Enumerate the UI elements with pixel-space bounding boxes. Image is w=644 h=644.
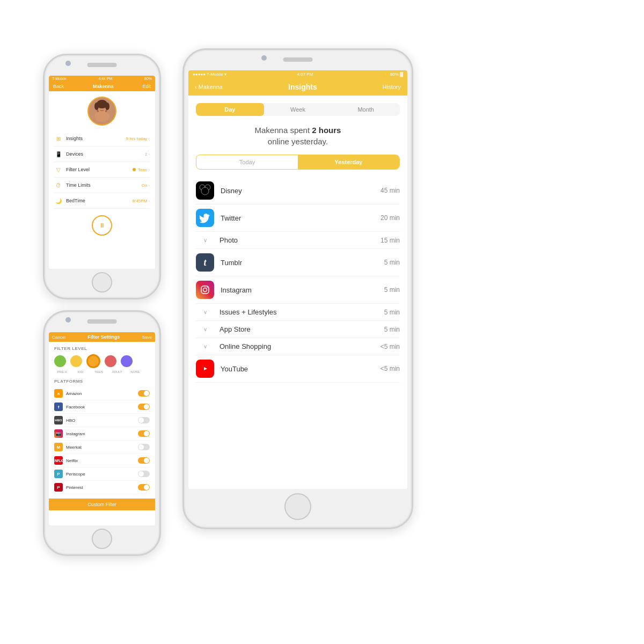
- pause-button[interactable]: ⏸: [92, 215, 112, 236]
- segment-week[interactable]: Week: [264, 103, 332, 116]
- segment-month[interactable]: Month: [332, 103, 400, 116]
- label-teen: TEEN: [91, 370, 107, 374]
- netflix-icon: NFLX: [54, 456, 63, 465]
- platform-amazon[interactable]: a Amazon: [54, 387, 150, 400]
- insights-status-bar: ●●●●● T-Mobile ▾ 4:07 PM ⚡ 80% ▓: [188, 70, 407, 78]
- scene: T-Mobile 4:44 PM 80% Back Makenna Edit: [27, 27, 617, 617]
- netflix-toggle[interactable]: [138, 457, 150, 464]
- list-item-disney[interactable]: Disney 45 min: [196, 177, 400, 204]
- platform-netflix[interactable]: NFLX Netflix: [54, 454, 150, 467]
- platform-pinterest[interactable]: P Pinterest: [54, 481, 150, 494]
- time-label: 4:44 PM: [98, 77, 112, 80]
- hbo-icon: HBO: [54, 416, 63, 425]
- list-item-issues[interactable]: ∨ Issues + Lifestyles 5 min: [196, 304, 400, 321]
- platform-hbo[interactable]: HBO HBO: [54, 414, 150, 427]
- filter-label: Filter Level: [66, 167, 133, 172]
- today-tab[interactable]: Today: [196, 155, 298, 169]
- platform-meerkat[interactable]: M Meerkat: [54, 441, 150, 454]
- expand-chevron-photo: ∨: [196, 237, 214, 243]
- segment-day[interactable]: Day: [196, 103, 264, 116]
- label-none: NONE: [127, 370, 143, 374]
- list-item-shopping[interactable]: ∨ Online Shopping <5 min: [196, 338, 400, 355]
- devices-icon: 📱: [54, 150, 63, 158]
- platform-facebook[interactable]: f Facebook: [54, 400, 150, 414]
- youtube-icon: [196, 360, 214, 378]
- list-item-twitter[interactable]: Twitter 20 min: [196, 204, 400, 232]
- list-item-youtube[interactable]: YouTube <5 min: [196, 355, 400, 383]
- list-item-instagram[interactable]: Instagram 5 min: [196, 276, 400, 304]
- filter-level-prek[interactable]: [54, 355, 66, 367]
- platforms-section-title: PLATFORMS: [54, 379, 150, 384]
- svg-point-8: [105, 103, 109, 110]
- filter-level-kid[interactable]: [70, 355, 82, 367]
- appstore-name: App Store: [219, 325, 384, 333]
- history-button[interactable]: History: [383, 84, 401, 90]
- menu-item-bedtime[interactable]: 🌙 BedTime 8:45PM ›: [54, 193, 150, 209]
- home-button[interactable]: [92, 272, 112, 292]
- tumblr-name: Tumblr: [221, 259, 384, 267]
- platform-instagram[interactable]: 📷 Instagram: [54, 427, 150, 441]
- save-button[interactable]: Save: [142, 335, 152, 340]
- filter-level-none[interactable]: [121, 355, 133, 367]
- menu-item-timelimits[interactable]: ⏱ Time Limits On ›: [54, 178, 150, 193]
- facebook-toggle[interactable]: [138, 404, 150, 410]
- filter-labels: PRE-K KID TEEN ADULT NONE: [54, 370, 150, 374]
- amazon-toggle[interactable]: [138, 390, 150, 397]
- periscope-toggle[interactable]: [138, 471, 150, 477]
- avatar: [87, 97, 116, 126]
- list-item-photo[interactable]: ∨ Photo 15 min: [196, 232, 400, 249]
- battery-status: ⚡ 80% ▓: [384, 72, 403, 77]
- hbo-label: HBO: [66, 418, 138, 423]
- hbo-toggle[interactable]: [138, 417, 150, 423]
- list-item-tumblr[interactable]: t Tumblr 5 min: [196, 249, 400, 276]
- facebook-label: Facebook: [66, 405, 138, 409]
- svg-point-14: [203, 288, 207, 292]
- home-button-2[interactable]: [92, 529, 112, 549]
- edit-button[interactable]: Edit: [142, 84, 151, 89]
- facebook-icon: f: [54, 402, 63, 411]
- home-button-3[interactable]: [284, 493, 311, 520]
- profile-content: ⊞ Insights 5 hrs today › 📱 Devices 2 › ▽…: [49, 91, 155, 241]
- expand-chevron-issues: ∨: [196, 309, 214, 315]
- amazon-label: Amazon: [66, 391, 138, 396]
- cancel-button[interactable]: Cancel: [52, 335, 65, 340]
- chevron-icon: ›: [148, 183, 150, 188]
- filter-nav-title: Filter Settings: [87, 334, 120, 340]
- instagram-label: Instagram: [66, 431, 138, 436]
- filter-level-adult[interactable]: [105, 355, 116, 367]
- meerkat-toggle[interactable]: [138, 444, 150, 450]
- insights-content: Day Week Month Makenna spent 2 hoursonli…: [188, 96, 407, 390]
- chevron-icon: ›: [148, 167, 150, 172]
- photo-time: 15 min: [380, 237, 400, 244]
- meerkat-icon: M: [54, 443, 63, 451]
- menu-item-devices[interactable]: 📱 Devices 2 ›: [54, 147, 150, 162]
- battery-label: 80%: [144, 77, 152, 80]
- custom-filter-bar[interactable]: Custom Filter: [49, 499, 155, 510]
- twitter-time: 20 min: [380, 214, 400, 222]
- platform-periscope[interactable]: P Periscope: [54, 467, 150, 481]
- chevron-icon: ›: [148, 152, 150, 157]
- filter-navbar: Cancel Filter Settings Save: [49, 332, 155, 342]
- menu-item-insights[interactable]: ⊞ Insights 5 hrs today ›: [54, 131, 150, 147]
- pinterest-toggle[interactable]: [138, 484, 150, 491]
- list-item-appstore[interactable]: ∨ App Store 5 min: [196, 321, 400, 338]
- back-button[interactable]: Back: [53, 84, 64, 89]
- filter-level-teen[interactable]: [86, 354, 100, 368]
- insights-value: 5 hrs today: [126, 136, 148, 141]
- devices-label: Devices: [66, 151, 145, 157]
- svg-point-7: [94, 103, 99, 110]
- disney-icon: [196, 181, 214, 200]
- yesterday-tab[interactable]: Yesterday: [298, 155, 399, 169]
- timelimits-icon: ⏱: [54, 181, 63, 189]
- profile-avatar-wrap: [54, 97, 150, 126]
- svg-point-12: [201, 187, 209, 195]
- periscope-icon: P: [54, 470, 63, 478]
- menu-item-filter[interactable]: ▽ Filter Level Teen ›: [54, 162, 150, 178]
- pinterest-icon: P: [54, 483, 63, 492]
- carrier-label: T-Mobile: [52, 77, 67, 80]
- instagram-toggle[interactable]: [138, 430, 150, 437]
- profile-status-bar: T-Mobile 4:44 PM 80%: [49, 76, 155, 82]
- back-to-makenna[interactable]: ‹ Makenna: [195, 84, 223, 90]
- shopping-name: Online Shopping: [219, 342, 380, 350]
- phone-profile-screen: T-Mobile 4:44 PM 80% Back Makenna Edit: [49, 76, 155, 269]
